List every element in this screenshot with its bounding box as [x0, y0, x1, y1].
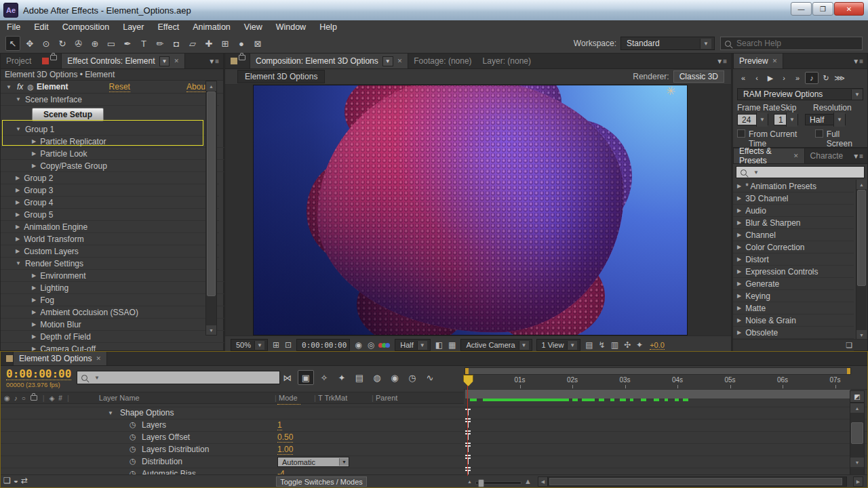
- scene-setup-button[interactable]: Scene Setup: [32, 108, 104, 121]
- panel-menu-icon[interactable]: ▼≡: [204, 54, 223, 68]
- in-out-panes-icon[interactable]: ⇄: [21, 476, 28, 485]
- reset-link[interactable]: Reset: [109, 82, 130, 92]
- tree-item-motion-blur[interactable]: ▶Motion Blur: [1, 319, 235, 331]
- close-icon[interactable]: ✕: [772, 58, 778, 64]
- category-color-correction[interactable]: ▶Color Correction: [733, 241, 854, 253]
- pan-behind-tool-icon[interactable]: ⊕: [88, 37, 102, 50]
- tab-timeline[interactable]: Element 3D Options ✕: [13, 352, 107, 365]
- effects-search-box[interactable]: ▼: [736, 166, 865, 178]
- motion-blur-icon[interactable]: ◍: [370, 371, 384, 384]
- tab-project[interactable]: Project: [1, 54, 37, 68]
- scroll-right-icon[interactable]: ▶: [853, 476, 863, 487]
- eraser-tool-icon[interactable]: ▱: [186, 37, 199, 50]
- mini-flowchart-icon[interactable]: ⋈: [280, 371, 295, 384]
- work-area-start-handle[interactable]: [465, 368, 469, 374]
- exposure-value[interactable]: +0.0: [650, 341, 665, 350]
- video-eye-icon[interactable]: ◉: [4, 394, 10, 402]
- tab-character[interactable]: Characte: [805, 148, 849, 163]
- chevron-down-icon[interactable]: ▼: [6, 84, 12, 90]
- scroll-down-icon[interactable]: ▼: [206, 325, 216, 335]
- full-screen-checkbox[interactable]: [815, 129, 823, 138]
- search-help-box[interactable]: [720, 37, 863, 50]
- timeline-row-track[interactable]: [464, 420, 867, 432]
- category-animation-presets[interactable]: ▶* Animation Presets: [733, 180, 854, 192]
- from-current-time-checkbox[interactable]: [737, 129, 745, 138]
- tree-item-scene-interface[interactable]: ▼Scene Interface: [1, 94, 219, 106]
- category-3d-channel[interactable]: ▶3D Channel: [733, 192, 854, 205]
- work-area-bar[interactable]: [465, 367, 851, 375]
- tree-item-environment[interactable]: ▶Environment: [1, 270, 235, 282]
- tree-item-particle-replicator[interactable]: ▶Particle Replicator: [1, 136, 235, 148]
- composition-view[interactable]: ✳: [253, 85, 688, 336]
- workspace-dropdown[interactable]: Standard ▼: [620, 37, 715, 50]
- skip-dropdown[interactable]: 1 ▼: [774, 114, 798, 125]
- tab-effect-controls[interactable]: Effect Controls: Element ▼ ✕: [61, 54, 185, 68]
- view-layout-dropdown[interactable]: 1 View ▼: [536, 339, 581, 351]
- panel-menu-icon[interactable]: ▼≡: [848, 54, 867, 68]
- chevron-right-icon[interactable]: ▶: [737, 305, 741, 311]
- current-time-display[interactable]: 0:00:00:00: [6, 368, 71, 380]
- chevron-right-icon[interactable]: ▶: [32, 297, 36, 303]
- fast-preview-icon[interactable]: ↯: [599, 340, 606, 350]
- tree-item-particle-look[interactable]: ▶Particle Look: [1, 148, 235, 160]
- h-scrollbar-thumb[interactable]: [549, 478, 842, 485]
- trkmat-column[interactable]: T TrkMat: [318, 394, 347, 402]
- puppet-pin-tool-icon[interactable]: ✚: [202, 37, 216, 50]
- timeline-row-track[interactable]: [464, 403, 867, 407]
- collapse-switches-icon[interactable]: ❏: [3, 476, 11, 485]
- menu-animation[interactable]: Animation: [186, 22, 237, 32]
- tree-item-group-1[interactable]: ▼Group 1: [1, 123, 219, 136]
- timeline-row[interactable]: ▼Shape Options: [1, 407, 464, 420]
- renderer-button[interactable]: Classic 3D: [673, 70, 724, 83]
- scroll-down-icon[interactable]: ▼: [850, 458, 864, 467]
- tree-item-copy-paste-group[interactable]: ▶Copy/Paste Group: [1, 160, 235, 172]
- tab-effects-presets[interactable]: Effects & Presets ✕: [733, 148, 805, 163]
- resolution-dropdown-preview[interactable]: Half ▼: [805, 114, 846, 125]
- new-panel-icon[interactable]: ❏: [846, 341, 852, 350]
- close-icon[interactable]: ✕: [96, 355, 101, 362]
- tab-composition[interactable]: Composition: Element 3D Options ▼ ✕: [250, 54, 408, 68]
- menu-view[interactable]: View: [237, 22, 269, 32]
- timeline-row-track[interactable]: [464, 407, 867, 420]
- category-matte[interactable]: ▶Matte: [733, 302, 854, 314]
- scroll-down-icon[interactable]: ▼: [856, 330, 867, 340]
- shy-icon[interactable]: ✦: [334, 371, 349, 384]
- resolution-dropdown[interactable]: Half ▼: [395, 339, 430, 351]
- chevron-right-icon[interactable]: ▶: [32, 333, 36, 340]
- chevron-right-icon[interactable]: ▶: [737, 244, 741, 250]
- tree-item-animation-engine[interactable]: ▶Animation Engine: [1, 221, 219, 233]
- menu-layer[interactable]: Layer: [116, 22, 151, 32]
- show-channel-icon[interactable]: [380, 343, 390, 348]
- work-area-end-handle[interactable]: [847, 368, 850, 374]
- auto-keyframe-icon[interactable]: ◷: [405, 371, 420, 384]
- timeline-row-track[interactable]: [464, 432, 867, 444]
- chevron-right-icon[interactable]: ▶: [32, 163, 36, 169]
- minimize-button[interactable]: —: [791, 2, 812, 16]
- live-update-icon[interactable]: ✧: [317, 371, 332, 384]
- tab-preview[interactable]: Preview ✕: [733, 54, 783, 68]
- menu-window[interactable]: Window: [269, 22, 313, 32]
- property-value[interactable]: 1: [277, 420, 282, 430]
- zoom-in-icon[interactable]: ▲: [524, 477, 532, 485]
- chevron-right-icon[interactable]: ▶: [32, 285, 36, 291]
- tab-footage[interactable]: Footage: (none): [408, 54, 477, 68]
- panel-menu-icon[interactable]: ▼≡: [848, 148, 867, 163]
- close-icon[interactable]: ✕: [174, 58, 179, 64]
- tree-item-render-settings[interactable]: ▼Render Settings: [1, 258, 219, 270]
- timeline-row-track[interactable]: [464, 444, 867, 456]
- tab-layer[interactable]: Layer: (none): [477, 54, 536, 68]
- menu-composition[interactable]: Composition: [56, 22, 116, 32]
- stopwatch-icon[interactable]: ◷: [130, 445, 136, 453]
- rotation-tool-icon[interactable]: ↻: [56, 37, 69, 50]
- chevron-down-icon[interactable]: ▼: [382, 56, 393, 66]
- stopwatch-icon[interactable]: ◷: [130, 432, 136, 441]
- tree-item-custom-layers[interactable]: ▶Custom Layers: [1, 245, 219, 258]
- close-icon[interactable]: ✕: [793, 152, 799, 159]
- scroll-up-icon[interactable]: ▲: [206, 81, 216, 91]
- effect-controls-scrollbar[interactable]: ▲ ▼: [205, 81, 217, 336]
- chevron-right-icon[interactable]: ▶: [32, 150, 36, 157]
- play-icon[interactable]: ▶: [764, 73, 776, 83]
- timeline-row[interactable]: ◷Layers Distribution1.00: [1, 444, 464, 456]
- region-of-interest-icon[interactable]: ⊡: [285, 340, 292, 350]
- audio-icon[interactable]: ♪: [14, 394, 18, 402]
